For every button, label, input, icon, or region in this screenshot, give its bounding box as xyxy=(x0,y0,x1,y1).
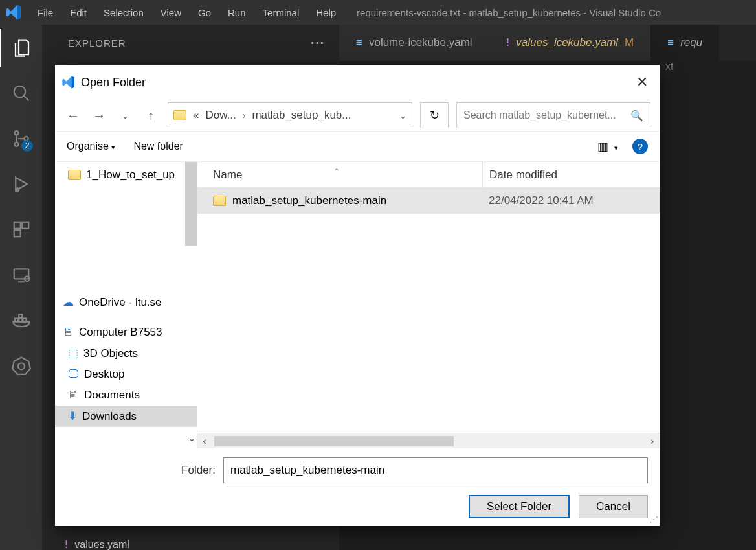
activity-bar: 2 xyxy=(0,25,42,550)
open-folder-dialog: Open Folder ✕ ← → ⌄ ↑ « Dow... › matlab_… xyxy=(55,65,660,526)
activity-docker[interactable] xyxy=(0,301,42,339)
file-row[interactable]: matlab_setup_kubernetes-main 22/04/2022 … xyxy=(197,188,660,214)
activity-explorer[interactable] xyxy=(0,29,42,67)
nav-label: Documents xyxy=(84,389,140,402)
column-name[interactable]: Name ⌃ xyxy=(197,168,482,181)
nav-up-button[interactable]: ↑ xyxy=(142,108,160,123)
folder-icon xyxy=(213,196,226,206)
nav-label: Computer B7553 xyxy=(79,326,162,339)
svg-marker-14 xyxy=(12,358,30,374)
activity-run-debug[interactable] xyxy=(0,165,42,203)
breadcrumb-tail: xt xyxy=(665,61,673,73)
nav-label: 3D Objects xyxy=(83,347,138,360)
menu-terminal[interactable]: Terminal xyxy=(255,5,307,21)
cancel-button[interactable]: Cancel xyxy=(579,495,648,518)
column-headers: Name ⌃ Date modified xyxy=(197,162,660,188)
activity-extensions[interactable] xyxy=(0,210,42,249)
search-icon xyxy=(12,84,31,103)
scroll-thumb[interactable] xyxy=(214,436,454,446)
file-list-pane: Name ⌃ Date modified matlab_setup_kubern… xyxy=(197,162,660,448)
cube-icon: ⬚ xyxy=(68,347,78,360)
resize-grip-icon[interactable]: ⋰ xyxy=(649,514,657,525)
menu-run[interactable]: Run xyxy=(220,5,254,21)
menu-help[interactable]: Help xyxy=(308,5,344,21)
nav-item-howto[interactable]: 1_How_to_set_up xyxy=(55,165,197,185)
tab-label: volume-icekube.yaml xyxy=(369,36,472,49)
menu-edit[interactable]: Edit xyxy=(62,5,94,21)
file-name: matlab_setup_kubernetes-main xyxy=(232,194,386,207)
chevron-down-icon: ▾ xyxy=(111,143,115,151)
nav-item-onedrive[interactable]: ☁ OneDrive - ltu.se xyxy=(55,292,197,313)
activity-source-control[interactable]: 2 xyxy=(0,119,42,158)
scroll-left-icon[interactable]: ‹ xyxy=(197,435,212,447)
activity-kubernetes[interactable] xyxy=(0,346,42,385)
dialog-title: Open Folder xyxy=(81,76,146,89)
tab-volume-icekube[interactable]: ≡ volume-icekube.yaml xyxy=(339,25,489,61)
menu-selection[interactable]: Selection xyxy=(96,5,151,21)
docker-icon xyxy=(12,310,31,330)
window-title: requirements-vscode.txt - matlab_setup_k… xyxy=(357,7,756,18)
nav-scrollbar[interactable] xyxy=(185,162,197,246)
activity-search[interactable] xyxy=(0,74,42,113)
search-placeholder: Search matlab_setup_kubernet... xyxy=(463,109,616,121)
svg-rect-13 xyxy=(19,314,22,317)
nav-item-desktop[interactable]: 🖵 Desktop xyxy=(55,364,197,385)
chevron-right-icon: › xyxy=(243,110,246,120)
horizontal-scrollbar[interactable]: ‹ › xyxy=(197,433,660,448)
nav-forward-button[interactable]: → xyxy=(90,108,108,123)
refresh-button[interactable]: ↻ xyxy=(420,102,449,128)
nav-label: 1_How_to_set_up xyxy=(86,168,175,181)
nav-item-3dobjects[interactable]: ⬚ 3D Objects xyxy=(55,343,197,364)
vscode-logo-icon xyxy=(61,75,76,89)
svg-rect-7 xyxy=(14,230,20,236)
new-folder-button[interactable]: New folder xyxy=(133,141,183,152)
desktop-icon: 🖵 xyxy=(68,368,79,381)
nav-back-button[interactable]: ← xyxy=(64,108,82,123)
column-date[interactable]: Date modified xyxy=(482,162,660,187)
explorer-item-values[interactable]: ! values.yaml xyxy=(65,539,129,550)
search-icon: 🔍 xyxy=(630,109,643,122)
dialog-titlebar: Open Folder ✕ xyxy=(55,65,660,100)
nav-item-downloads[interactable]: ⬇ Downloads xyxy=(55,406,197,427)
file-label: values.yaml xyxy=(74,539,129,550)
files-icon xyxy=(12,38,32,58)
tab-requirements[interactable]: ≡ requ xyxy=(650,25,719,61)
nav-label: Desktop xyxy=(84,368,124,381)
extensions-icon xyxy=(12,220,31,239)
dialog-close-button[interactable]: ✕ xyxy=(632,70,652,95)
chevron-down-icon[interactable]: ⌄ xyxy=(188,433,195,443)
dialog-toolbar: Organise ▾ New folder ▥ ▾ ? xyxy=(55,131,660,162)
chevron-down-icon[interactable]: ⌄ xyxy=(399,111,406,120)
nav-item-computer[interactable]: 🖥 Computer B7553 xyxy=(55,322,197,343)
breadcrumb-current[interactable]: matlab_setup_kub... xyxy=(252,109,351,122)
svg-point-15 xyxy=(18,363,25,369)
dialog-search-input[interactable]: Search matlab_setup_kubernet... 🔍 xyxy=(456,102,650,128)
breadcrumb-parent[interactable]: Dow... xyxy=(205,109,236,122)
activity-remote[interactable] xyxy=(0,255,42,294)
menubar: File Edit Selection View Go Run Terminal… xyxy=(0,0,756,25)
dialog-body: 1_How_to_set_up ☁ OneDrive - ltu.se 🖥 Co… xyxy=(55,162,660,448)
help-button[interactable]: ? xyxy=(632,139,648,154)
tab-values-icekube[interactable]: ! values_icekube.yaml M xyxy=(489,25,651,61)
kubernetes-icon xyxy=(12,356,31,375)
yaml-icon: ≡ xyxy=(356,36,362,49)
address-bar[interactable]: « Dow... › matlab_setup_kub... ⌄ xyxy=(168,102,412,128)
cloud-icon: ☁ xyxy=(63,295,74,309)
debug-icon xyxy=(12,174,31,194)
svg-rect-6 xyxy=(22,222,28,229)
nav-item-documents[interactable]: 🗎 Documents xyxy=(55,385,197,406)
file-date: 22/04/2022 10:41 AM xyxy=(482,194,660,207)
folder-name-input[interactable] xyxy=(223,457,648,483)
folder-label: Folder: xyxy=(67,464,216,477)
nav-recent-button[interactable]: ⌄ xyxy=(116,111,134,120)
select-folder-button[interactable]: Select Folder xyxy=(469,495,570,518)
svg-point-2 xyxy=(14,143,18,146)
menu-view[interactable]: View xyxy=(153,5,189,21)
text-file-icon: ≡ xyxy=(667,36,674,49)
menu-file[interactable]: File xyxy=(30,5,61,21)
view-options-button[interactable]: ▥ ▾ xyxy=(597,139,619,154)
organise-menu[interactable]: Organise ▾ xyxy=(67,141,115,152)
sidebar-more-icon[interactable]: ⋯ xyxy=(310,34,325,51)
menu-go[interactable]: Go xyxy=(190,5,219,21)
scroll-right-icon[interactable]: › xyxy=(645,435,660,447)
